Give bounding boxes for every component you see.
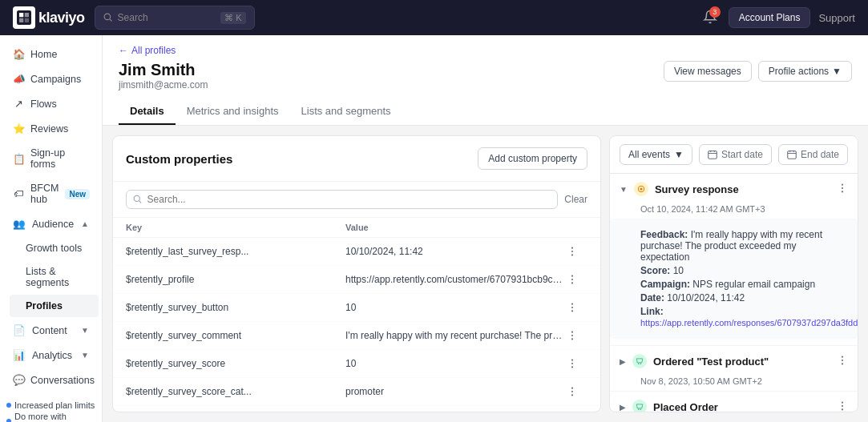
event-details-survey-response: Feedback: I'm really happy with my recen…	[610, 219, 858, 339]
svg-point-38	[842, 191, 843, 192]
event-more-button[interactable]	[837, 355, 848, 368]
event-header-ordered-test-product[interactable]: ▶ Ordered "Test product"	[610, 346, 858, 376]
search-bar[interactable]: Search ⌘ K	[95, 6, 255, 30]
profile-email: jimsmith@acme.com	[119, 79, 208, 90]
svg-point-14	[571, 332, 573, 333]
view-messages-button[interactable]: View messages	[664, 61, 752, 82]
svg-rect-30	[788, 151, 797, 159]
svg-line-4	[139, 201, 142, 203]
svg-point-22	[571, 394, 573, 396]
sidebar-item-lists-segments[interactable]: Lists & segments	[10, 260, 99, 294]
properties-search-field[interactable]	[126, 190, 558, 209]
svg-point-12	[571, 307, 573, 308]
header-actions: View messages Profile actions ▼	[664, 61, 852, 82]
svg-point-15	[571, 335, 573, 336]
campaigns-icon: 📣	[13, 73, 24, 85]
profile-name: Jim Smith	[119, 61, 208, 79]
event-more-button[interactable]	[837, 400, 848, 412]
svg-point-11	[571, 303, 573, 305]
column-value-header: Value	[345, 223, 565, 232]
signup-forms-icon: 📋	[13, 153, 24, 165]
custom-properties-panel: Custom properties Add custom property Cl…	[112, 135, 601, 412]
analytics-chevron-icon: ▼	[81, 351, 89, 360]
event-name: Placed Order	[653, 401, 830, 412]
svg-point-41	[842, 356, 843, 357]
table-row: $retently_survey_score_cat... promoter	[113, 378, 600, 406]
sidebar-section-audience[interactable]: 👥 Audience ▲	[3, 212, 99, 235]
sidebar-item-reviews[interactable]: ⭐ Reviews	[3, 117, 99, 140]
main-content: ← All profiles Jim Smith jimsmith@acme.c…	[103, 35, 868, 422]
cell-value: 10	[345, 358, 565, 369]
svg-point-40	[640, 364, 641, 364]
sidebar-section-analytics[interactable]: 📊 Analytics ▼	[3, 344, 99, 367]
sidebar-item-campaigns[interactable]: 📣 Campaigns	[3, 67, 99, 90]
sidebar-item-signup-forms[interactable]: 📋 Sign-up forms	[3, 142, 99, 175]
bfcm-icon: 🏷	[13, 188, 24, 199]
sidebar-item-growth-tools[interactable]: Growth tools	[10, 237, 99, 259]
svg-point-7	[571, 254, 573, 255]
sidebar-item-bfcm-hub[interactable]: 🏷 BFCM hub New	[3, 177, 99, 211]
event-detail-link[interactable]: https://app.retently.com/responses/67079…	[640, 318, 858, 328]
svg-point-20	[571, 388, 573, 389]
tab-details[interactable]: Details	[119, 98, 176, 125]
top-navigation: klaviyo Search ⌘ K 3 Account Plans Suppo…	[0, 0, 868, 35]
events-list: ▼ Survey response Oct 10, 2024, 11:42 AM…	[610, 174, 858, 412]
tab-metrics[interactable]: Metrics and insights	[176, 98, 290, 125]
notification-button[interactable]: 3	[700, 6, 721, 30]
event-header-survey-response[interactable]: ▼ Survey response	[610, 174, 858, 204]
filter-chevron-icon: ▼	[674, 149, 684, 160]
properties-search-input[interactable]	[147, 194, 551, 205]
cell-value: I'm really happy with my recent purchase…	[345, 330, 565, 341]
row-more-button[interactable]	[565, 384, 587, 399]
svg-point-36	[842, 183, 843, 185]
start-date-button[interactable]: Start date	[699, 144, 772, 165]
row-more-button[interactable]	[565, 328, 587, 343]
cell-value: promoter	[345, 386, 565, 397]
event-type-icon	[634, 182, 648, 196]
conversations-icon: 💬	[13, 374, 24, 386]
notification-badge: 3	[709, 6, 721, 18]
table-row: $retently_survey_score 10	[113, 350, 600, 378]
event-name: Ordered "Test product"	[653, 356, 830, 368]
svg-point-37	[842, 187, 843, 188]
sidebar-item-flows[interactable]: ↗ Flows	[3, 92, 99, 115]
events-filter-select[interactable]: All events ▼	[620, 144, 692, 165]
event-chevron-icon: ▼	[620, 185, 628, 194]
svg-line-2	[109, 19, 111, 22]
event-name: Survey response	[655, 183, 830, 195]
profile-actions-button[interactable]: Profile actions ▼	[758, 61, 852, 82]
end-date-button[interactable]: End date	[778, 144, 848, 165]
sidebar-item-conversations[interactable]: 💬 Conversations	[3, 368, 99, 392]
cell-value: 10	[345, 302, 565, 313]
svg-point-18	[571, 363, 573, 364]
back-to-profiles-link[interactable]: ← All profiles	[119, 45, 208, 56]
row-more-button[interactable]	[565, 272, 587, 287]
analytics-icon: 📊	[13, 349, 26, 361]
search-field-icon	[133, 195, 143, 204]
svg-point-9	[571, 279, 573, 280]
row-more-button[interactable]	[565, 300, 587, 315]
sidebar-section-content[interactable]: 📄 Content ▼	[3, 319, 99, 342]
clear-search-button[interactable]: Clear	[564, 194, 587, 205]
upgrade-item-2: Do more with Klaviyo AI	[6, 412, 95, 422]
event-more-button[interactable]	[837, 183, 848, 196]
tab-lists[interactable]: Lists and segments	[290, 98, 402, 125]
search-icon	[103, 13, 113, 22]
sidebar-item-profiles[interactable]: Profiles	[10, 295, 99, 317]
event-header-placed-order[interactable]: ▶ Placed Order	[610, 392, 858, 412]
account-plans-button[interactable]: Account Plans	[729, 7, 811, 28]
logo[interactable]: klaviyo	[13, 6, 85, 29]
support-button[interactable]: Support	[818, 12, 855, 24]
svg-point-19	[571, 366, 573, 368]
panel-header: Custom properties Add custom property	[113, 136, 600, 182]
sidebar-item-home[interactable]: 🏠 Home	[3, 42, 99, 66]
add-custom-property-button[interactable]: Add custom property	[478, 147, 587, 170]
event-chevron-icon: ▶	[620, 357, 626, 366]
row-more-button[interactable]	[565, 244, 587, 259]
row-more-button[interactable]	[565, 356, 587, 371]
svg-point-44	[638, 409, 639, 410]
svg-point-8	[571, 275, 573, 277]
svg-point-17	[571, 360, 573, 361]
search-shortcut: ⌘ K	[220, 12, 245, 24]
audience-chevron-icon: ▲	[81, 219, 89, 228]
